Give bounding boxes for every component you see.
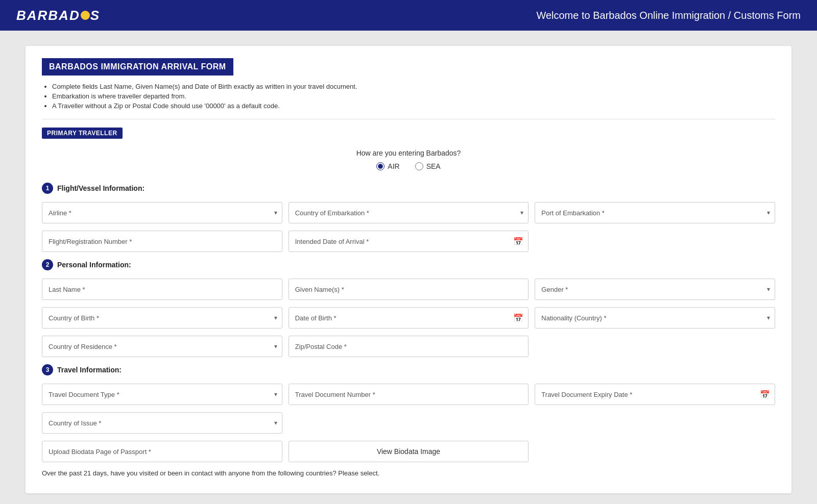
zip-field-wrapper bbox=[289, 336, 529, 357]
airline-select[interactable]: Airline * bbox=[42, 202, 282, 223]
flight-reg-field-wrapper bbox=[42, 231, 282, 252]
given-names-input[interactable] bbox=[289, 279, 529, 300]
view-biodata-button[interactable]: View Biodata Image bbox=[289, 441, 529, 462]
doc-number-field-wrapper bbox=[289, 384, 529, 405]
date-birth-input[interactable] bbox=[289, 307, 529, 329]
personal-row-1: Gender * bbox=[42, 279, 775, 300]
logo: BARBADS bbox=[16, 8, 100, 23]
country-embarkation-select[interactable]: Country of Embarkation * bbox=[289, 202, 529, 223]
empty-col-5 bbox=[535, 441, 775, 462]
instructions-list: Complete fields Last Name, Given Name(s)… bbox=[42, 83, 775, 110]
country-residence-field-wrapper: Country of Residence * bbox=[42, 336, 282, 357]
sea-radio[interactable] bbox=[415, 162, 423, 170]
empty-col-2 bbox=[535, 336, 775, 357]
page-body: BARBADOS IMMIGRATION ARRIVAL FORM Comple… bbox=[0, 31, 817, 504]
zip-input[interactable] bbox=[289, 336, 529, 357]
gender-select[interactable]: Gender * bbox=[535, 279, 775, 300]
travel-section-num: 3 bbox=[42, 364, 53, 375]
personal-section-num: 2 bbox=[42, 259, 53, 270]
doc-expiry-input[interactable] bbox=[535, 384, 775, 405]
upload-biodata-input[interactable] bbox=[42, 441, 282, 462]
entry-mode-question: How are you entering Barbados? bbox=[42, 149, 775, 157]
travel-section-label: Travel Information: bbox=[57, 366, 122, 374]
air-radio-label[interactable]: AIR bbox=[376, 162, 399, 170]
form-title: BARBADOS IMMIGRATION ARRIVAL FORM bbox=[42, 58, 233, 75]
divider-1 bbox=[42, 119, 775, 119]
nationality-field-wrapper: Nationality (Country) * bbox=[535, 307, 775, 329]
flight-section-label: Flight/Vessel Information: bbox=[57, 184, 145, 192]
doc-type-field-wrapper: Travel Document Type * bbox=[42, 384, 282, 405]
travel-row-2: Country of Issue * bbox=[42, 412, 775, 434]
doc-type-select[interactable]: Travel Document Type * bbox=[42, 384, 282, 405]
travel-section-header: 3 Travel Information: bbox=[42, 364, 775, 375]
empty-col-3 bbox=[289, 412, 529, 434]
empty-col-4 bbox=[535, 412, 775, 434]
intended-arrival-input[interactable] bbox=[289, 231, 529, 252]
country-birth-select[interactable]: Country of Birth * bbox=[42, 307, 282, 329]
last-name-field-wrapper bbox=[42, 279, 282, 300]
flight-row-1: Airline * Country of Embarkation * Port … bbox=[42, 202, 775, 223]
country-issue-field-wrapper: Country of Issue * bbox=[42, 412, 282, 434]
nationality-select[interactable]: Nationality (Country) * bbox=[535, 307, 775, 329]
primary-traveller-badge: PRIMARY TRAVELLER bbox=[42, 128, 123, 139]
instruction-2: Embarkation is where traveller departed … bbox=[52, 92, 775, 100]
header-title: Welcome to Barbados Online Immigration /… bbox=[536, 10, 801, 21]
header: BARBADS Welcome to Barbados Online Immig… bbox=[0, 0, 817, 31]
port-embarkation-select[interactable]: Port of Embarkation * bbox=[535, 202, 775, 223]
sea-radio-label[interactable]: SEA bbox=[415, 162, 441, 170]
country-embarkation-field-wrapper: Country of Embarkation * bbox=[289, 202, 529, 223]
country-residence-select[interactable]: Country of Residence * bbox=[42, 336, 282, 357]
personal-row-3: Country of Residence * bbox=[42, 336, 775, 357]
date-birth-field-wrapper: 📅 bbox=[289, 307, 529, 329]
given-names-field-wrapper bbox=[289, 279, 529, 300]
travel-row-3: View Biodata Image bbox=[42, 441, 775, 462]
instruction-1: Complete fields Last Name, Given Name(s)… bbox=[52, 83, 775, 90]
instruction-3: A Traveller without a Zip or Postal Code… bbox=[52, 102, 775, 110]
bottom-note: Over the past 21 days, have you visited … bbox=[42, 469, 775, 477]
entry-mode-radio-group: AIR SEA bbox=[42, 162, 775, 170]
intended-arrival-field-wrapper: 📅 bbox=[289, 231, 529, 252]
personal-section-header: 2 Personal Information: bbox=[42, 259, 775, 270]
air-radio[interactable] bbox=[376, 162, 385, 170]
travel-row-1: Travel Document Type * 📅 bbox=[42, 384, 775, 405]
entry-mode-container: How are you entering Barbados? AIR SEA bbox=[42, 149, 775, 170]
empty-col-1 bbox=[535, 231, 775, 252]
country-issue-select[interactable]: Country of Issue * bbox=[42, 412, 282, 434]
airline-field-wrapper: Airline * bbox=[42, 202, 282, 223]
flight-registration-input[interactable] bbox=[42, 231, 282, 252]
air-label: AIR bbox=[388, 162, 399, 170]
flight-section-header: 1 Flight/Vessel Information: bbox=[42, 183, 775, 194]
view-biodata-btn-wrapper: View Biodata Image bbox=[289, 441, 529, 462]
flight-row-2: 📅 bbox=[42, 231, 775, 252]
personal-row-2: Country of Birth * 📅 Nationality (Countr… bbox=[42, 307, 775, 329]
upload-biodata-field-wrapper bbox=[42, 441, 282, 462]
flight-section-num: 1 bbox=[42, 183, 53, 194]
form-card: BARBADOS IMMIGRATION ARRIVAL FORM Comple… bbox=[26, 46, 791, 493]
gender-field-wrapper: Gender * bbox=[535, 279, 775, 300]
port-embarkation-field-wrapper: Port of Embarkation * bbox=[535, 202, 775, 223]
doc-expiry-field-wrapper: 📅 bbox=[535, 384, 775, 405]
last-name-input[interactable] bbox=[42, 279, 282, 300]
country-birth-field-wrapper: Country of Birth * bbox=[42, 307, 282, 329]
doc-number-input[interactable] bbox=[289, 384, 529, 405]
personal-section-label: Personal Information: bbox=[57, 261, 131, 269]
sun-icon bbox=[81, 11, 90, 20]
sea-label: SEA bbox=[426, 162, 441, 170]
